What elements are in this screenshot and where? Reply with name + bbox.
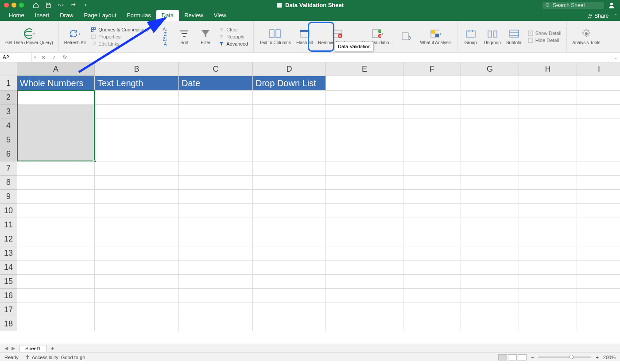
cell-I5[interactable] [577, 133, 620, 147]
cell-C16[interactable] [179, 289, 253, 303]
minimize-icon[interactable] [12, 3, 16, 8]
whatif-button[interactable]: ▾What-if Analysis [418, 27, 453, 46]
row-header-15[interactable]: 15 [0, 275, 17, 289]
maximize-icon[interactable] [19, 3, 24, 8]
cell-F7[interactable] [403, 161, 461, 176]
column-header-G[interactable]: G [461, 62, 519, 76]
cell-B6[interactable] [95, 147, 179, 161]
cell-B5[interactable] [95, 133, 179, 147]
cell-D17[interactable] [253, 303, 326, 317]
cell-H5[interactable] [519, 133, 577, 147]
tab-page-layout[interactable]: Page Layout [79, 10, 122, 21]
row-header-5[interactable]: 5 [0, 133, 17, 147]
cell-B16[interactable] [95, 289, 179, 303]
cell-H9[interactable] [519, 190, 577, 204]
cell-E9[interactable] [326, 190, 403, 204]
zoom-level[interactable]: 200% [603, 355, 616, 360]
queries-connections-button[interactable]: Queries & Connections [89, 26, 150, 33]
cell-E16[interactable] [326, 289, 403, 303]
fill-handle[interactable] [93, 160, 96, 163]
cell-H13[interactable] [519, 246, 577, 261]
text-to-columns-button[interactable]: Text to Columns [257, 27, 293, 46]
cell-G11[interactable] [461, 218, 519, 232]
column-header-A[interactable]: A [17, 62, 95, 76]
cell-F9[interactable] [403, 190, 461, 204]
cell-B17[interactable] [95, 303, 179, 317]
cell-A15[interactable] [17, 275, 95, 289]
qat-dropdown-icon[interactable]: ▾ [82, 2, 89, 8]
cell-B9[interactable] [95, 190, 179, 204]
search-input[interactable] [553, 2, 601, 8]
cell-H12[interactable] [519, 232, 577, 246]
cell-B8[interactable] [95, 176, 179, 190]
cell-A8[interactable] [17, 176, 95, 190]
cell-H4[interactable] [519, 119, 577, 133]
cell-C9[interactable] [179, 190, 253, 204]
cell-D11[interactable] [253, 218, 326, 232]
cell-D18[interactable] [253, 317, 326, 331]
cell-D3[interactable] [253, 105, 326, 119]
cell-F8[interactable] [403, 176, 461, 190]
column-header-E[interactable]: E [326, 62, 403, 76]
spreadsheet-grid[interactable]: ABCDEFGHI 123456789101112131415161718 Wh… [0, 62, 620, 344]
cell-A6[interactable] [17, 147, 95, 161]
sort-az-button[interactable]: A↓ZZ↓A [158, 27, 173, 46]
cell-F10[interactable] [403, 204, 461, 218]
cell-F4[interactable] [403, 119, 461, 133]
cell-E8[interactable] [326, 176, 403, 190]
collapse-ribbon-icon[interactable]: ˆ [615, 13, 616, 19]
column-header-H[interactable]: H [519, 62, 577, 76]
zoom-out-button[interactable]: − [531, 355, 534, 360]
tab-data[interactable]: Data [156, 10, 179, 21]
cell-D10[interactable] [253, 204, 326, 218]
cell-C11[interactable] [179, 218, 253, 232]
save-icon[interactable] [45, 2, 51, 8]
cell-B11[interactable] [95, 218, 179, 232]
cell-H10[interactable] [519, 204, 577, 218]
cell-H2[interactable] [519, 91, 577, 105]
column-header-D[interactable]: D [253, 62, 326, 76]
cell-A14[interactable] [17, 261, 95, 275]
cell-F17[interactable] [403, 303, 461, 317]
cell-A5[interactable] [17, 133, 95, 147]
cell-D16[interactable] [253, 289, 326, 303]
cell-F18[interactable] [403, 317, 461, 331]
cell-I4[interactable] [577, 119, 620, 133]
row-header-1[interactable]: 1 [0, 76, 17, 91]
cell-C8[interactable] [179, 176, 253, 190]
cell-C14[interactable] [179, 261, 253, 275]
tab-home[interactable]: Home [4, 10, 30, 21]
cell-H14[interactable] [519, 261, 577, 275]
cell-G12[interactable] [461, 232, 519, 246]
cell-H18[interactable] [519, 317, 577, 331]
cell-G10[interactable] [461, 204, 519, 218]
search-sheet[interactable] [542, 2, 604, 9]
tab-review[interactable]: Review [179, 10, 209, 21]
cell-A12[interactable] [17, 232, 95, 246]
subtotal-button[interactable]: Subtotal [504, 27, 524, 46]
cell-E13[interactable] [326, 246, 403, 261]
cell-G17[interactable] [461, 303, 519, 317]
cell-A10[interactable] [17, 204, 95, 218]
cell-C2[interactable] [179, 91, 253, 105]
cell-G13[interactable] [461, 246, 519, 261]
cell-H8[interactable] [519, 176, 577, 190]
cell-I7[interactable] [577, 161, 620, 176]
cell-E18[interactable] [326, 317, 403, 331]
row-header-14[interactable]: 14 [0, 261, 17, 275]
zoom-slider[interactable] [538, 356, 591, 358]
cell-A1[interactable]: Whole Numbers [17, 76, 95, 91]
cell-D8[interactable] [253, 176, 326, 190]
cell-C6[interactable] [179, 147, 253, 161]
cell-A3[interactable] [17, 105, 95, 119]
cell-I6[interactable] [577, 147, 620, 161]
cell-F11[interactable] [403, 218, 461, 232]
accessibility-status[interactable]: Accessibility: Good to go [25, 355, 85, 360]
enter-formula-icon[interactable]: ✓ [49, 53, 59, 62]
row-header-13[interactable]: 13 [0, 246, 17, 261]
cell-F16[interactable] [403, 289, 461, 303]
cell-E6[interactable] [326, 147, 403, 161]
cell-E17[interactable] [326, 303, 403, 317]
cell-F5[interactable] [403, 133, 461, 147]
cell-D12[interactable] [253, 232, 326, 246]
